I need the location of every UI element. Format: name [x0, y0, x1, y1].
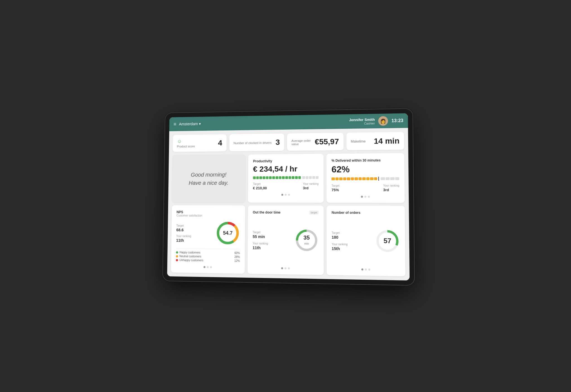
maketime-label: Maketime — [351, 139, 366, 143]
productivity-dots — [253, 193, 318, 195]
delivered-ranking: Your ranking 3rd — [383, 184, 399, 192]
nps-ranking: Your ranking 11th — [176, 233, 191, 243]
location-label: Amsterdam — [179, 122, 198, 126]
num-orders-target: Target 180 — [332, 230, 347, 239]
user-name: Jennifer Smith — [349, 117, 375, 122]
smile-icon: ☺ — [177, 138, 195, 144]
dot-1 — [203, 266, 205, 268]
out-door-body: Target 55 min Your ranking 11th — [253, 218, 319, 262]
dot-3 — [210, 266, 212, 268]
nps-donut: 54.7 — [216, 220, 240, 245]
neutral-dot — [176, 255, 178, 257]
dot-1 — [281, 267, 283, 269]
dot-2 — [364, 195, 366, 197]
productivity-progress — [253, 176, 318, 179]
nps-body: Target 68.6 Your ranking 11th — [176, 220, 240, 246]
dot-2 — [285, 194, 287, 196]
hamburger-icon[interactable]: ≡ — [173, 121, 176, 127]
delivered-progress — [332, 176, 399, 181]
nps-legend: Happy customers 60% Neutral customers 28… — [176, 248, 240, 263]
out-door-target: Target 55 min — [253, 229, 268, 239]
out-door-dots — [253, 267, 319, 270]
num-orders-card[interactable]: Number of orders Target 180 Your ranking… — [326, 205, 405, 276]
time-display: 13:23 — [391, 118, 403, 123]
out-door-donut-value: 35 min — [303, 234, 310, 246]
header-left: ≡ Amsterdam ▾ — [173, 121, 201, 127]
delivered-card[interactable]: % Delivered within 30 minutes 62% — [326, 153, 405, 203]
num-orders-stats: Target 180 Your ranking 15th — [332, 230, 347, 251]
stat-maketime[interactable]: Maketime 14 min — [346, 132, 404, 150]
num-orders-dots — [332, 268, 400, 271]
welcome-line2: Have a nice day. — [189, 178, 229, 187]
productivity-value: € 234,54 / hr — [253, 164, 319, 173]
welcome-line1: Good morning! — [189, 170, 228, 178]
clocked-drivers-value: 3 — [275, 138, 280, 147]
nps-card[interactable]: NPS Customer satisfaction Target 68.6 Yo… — [171, 205, 245, 274]
legend-neutral: Neutral customers 28% — [176, 255, 240, 258]
num-orders-donut: 57 — [375, 228, 400, 253]
dot-1 — [361, 268, 363, 270]
user-info: Jennifer Smith Cashier — [349, 117, 375, 125]
productivity-ranking: Your ranking 3rd — [303, 182, 318, 190]
productivity-footer: Target € 210,00 Your ranking 3rd — [253, 182, 318, 190]
nps-dots — [176, 265, 240, 268]
dot-1 — [281, 194, 283, 196]
tablet-frame: ≡ Amsterdam ▾ Jennifer Smith Cashier 👩 1… — [162, 108, 415, 285]
location-selector[interactable]: Amsterdam ▾ — [179, 122, 201, 126]
avatar: 👩 — [378, 116, 388, 126]
product-score-label: Product score — [177, 144, 195, 148]
dot-1 — [361, 195, 363, 197]
nps-target: Target 68.6 — [176, 222, 191, 232]
avg-order-value: €55,97 — [315, 137, 339, 146]
delivered-dots — [332, 195, 399, 197]
nps-header: NPS Customer satisfaction — [176, 210, 240, 217]
target-badge: target — [309, 210, 318, 214]
header-right: Jennifer Smith Cashier 👩 13:23 — [349, 116, 403, 126]
out-door-ranking: Your ranking 11th — [253, 240, 268, 250]
productivity-target: Target € 210,00 — [253, 182, 267, 190]
out-door-donut: 35 min — [295, 228, 319, 252]
delivered-footer: Target 75% Your ranking 3rd — [332, 184, 399, 192]
delivered-title: % Delivered within 30 minutes — [332, 158, 399, 163]
out-door-title: Out the door time — [253, 210, 280, 214]
welcome-card: Good morning! Have a nice day. — [172, 154, 246, 203]
nps-title: NPS — [176, 210, 240, 214]
user-role: Cashier — [349, 121, 375, 125]
num-orders-body: Target 180 Your ranking 15th — [332, 218, 400, 263]
dot-3 — [368, 195, 370, 197]
delivered-value: 62% — [332, 164, 399, 175]
out-door-card[interactable]: Out the door time target Target 55 min Y… — [248, 205, 324, 275]
dot-3 — [288, 267, 290, 269]
stats-row: ☺ Product score 4 Number of clocked in d… — [173, 132, 404, 152]
maketime-value: 14 min — [374, 136, 400, 145]
product-score-value: 4 — [218, 138, 222, 147]
stat-avg-order[interactable]: Average order value €55,97 — [287, 132, 343, 151]
dropdown-icon: ▾ — [199, 122, 201, 126]
num-orders-donut-value: 57 — [383, 237, 391, 245]
stat-product-score[interactable]: ☺ Product score 4 — [173, 134, 226, 152]
main-content: ☺ Product score 4 Number of clocked in d… — [167, 128, 410, 280]
tablet-screen: ≡ Amsterdam ▾ Jennifer Smith Cashier 👩 1… — [167, 113, 410, 280]
nps-donut-value: 54.7 — [223, 230, 233, 236]
unhappy-dot — [176, 259, 178, 261]
num-orders-title: Number of orders — [332, 210, 400, 215]
welcome-text: Good morning! Have a nice day. — [189, 170, 229, 187]
dot-2 — [284, 267, 286, 269]
dot-2 — [207, 266, 209, 268]
out-door-stats: Target 55 min Your ranking 11th — [253, 229, 268, 250]
productivity-title: Productivity — [253, 159, 319, 163]
dot-3 — [368, 268, 370, 270]
num-orders-ranking: Your ranking 15th — [332, 241, 348, 251]
productivity-card[interactable]: Productivity € 234,54 / hr — [248, 154, 324, 203]
happy-dot — [176, 251, 178, 253]
dashboard-grid: Good morning! Have a nice day. Productiv… — [171, 153, 405, 276]
clocked-drivers-label: Number of clocked in drivers — [234, 141, 272, 144]
dot-2 — [365, 268, 367, 270]
avg-order-label: Average order value — [291, 139, 315, 146]
nps-stats: Target 68.6 Your ranking 11th — [176, 222, 191, 242]
legend-unhappy: Unhappy customers 12% — [176, 258, 240, 262]
nps-subtitle: Customer satisfaction — [176, 214, 240, 217]
stat-clocked-drivers[interactable]: Number of clocked in drivers 3 — [229, 133, 284, 151]
dot-3 — [288, 193, 290, 195]
legend-happy: Happy customers 60% — [176, 251, 240, 255]
